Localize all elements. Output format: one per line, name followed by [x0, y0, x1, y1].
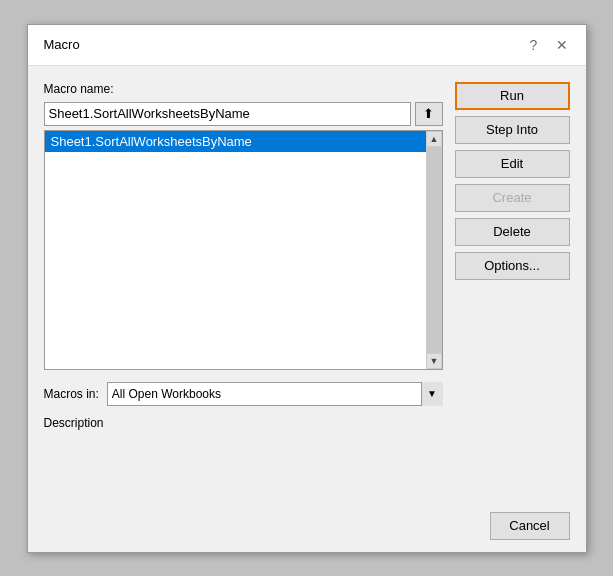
title-bar-controls: ? ✕ [522, 33, 574, 57]
macros-in-row: Macros in: All Open Workbooks This Workb… [44, 382, 443, 406]
macro-name-row: ⬆ [44, 102, 443, 126]
upload-button[interactable]: ⬆ [415, 102, 443, 126]
macro-list[interactable]: Sheet1.SortAllWorksheetsByName [45, 131, 442, 369]
title-bar: Macro ? ✕ [28, 25, 586, 66]
macro-dialog: Macro ? ✕ Macro name: ⬆ Sheet1.SortAllWo… [27, 24, 587, 553]
dialog-title: Macro [44, 37, 80, 52]
left-panel: Macro name: ⬆ Sheet1.SortAllWorksheetsBy… [44, 82, 443, 488]
edit-button[interactable]: Edit [455, 150, 570, 178]
right-panel: Run Step Into Edit Create Delete Options… [455, 82, 570, 488]
close-button[interactable]: ✕ [550, 33, 574, 57]
create-button[interactable]: Create [455, 184, 570, 212]
dialog-content: Macro name: ⬆ Sheet1.SortAllWorksheetsBy… [28, 66, 586, 504]
run-button[interactable]: Run [455, 82, 570, 110]
spacer [455, 286, 570, 488]
macro-name-input[interactable] [44, 102, 411, 126]
title-bar-left: Macro [44, 37, 80, 52]
macro-list-container: Sheet1.SortAllWorksheetsByName ▲ ▼ [44, 130, 443, 370]
scroll-up-arrow[interactable]: ▲ [426, 131, 442, 147]
scroll-down-arrow[interactable]: ▼ [426, 353, 442, 369]
delete-button[interactable]: Delete [455, 218, 570, 246]
macros-in-select-wrapper: All Open Workbooks This Workbook ▼ [107, 382, 443, 406]
cancel-button[interactable]: Cancel [490, 512, 570, 540]
options-button[interactable]: Options... [455, 252, 570, 280]
description-label: Description [44, 416, 443, 430]
bottom-bar: Cancel [28, 504, 586, 552]
step-into-button[interactable]: Step Into [455, 116, 570, 144]
macro-name-label: Macro name: [44, 82, 443, 96]
scrollbar: ▲ ▼ [426, 131, 442, 369]
scroll-track[interactable] [427, 147, 442, 353]
upload-icon: ⬆ [423, 106, 434, 121]
list-item[interactable]: Sheet1.SortAllWorksheetsByName [45, 131, 426, 152]
help-button[interactable]: ? [522, 33, 546, 57]
description-area [44, 438, 443, 488]
macros-in-label: Macros in: [44, 387, 99, 401]
macros-in-select[interactable]: All Open Workbooks This Workbook [107, 382, 443, 406]
